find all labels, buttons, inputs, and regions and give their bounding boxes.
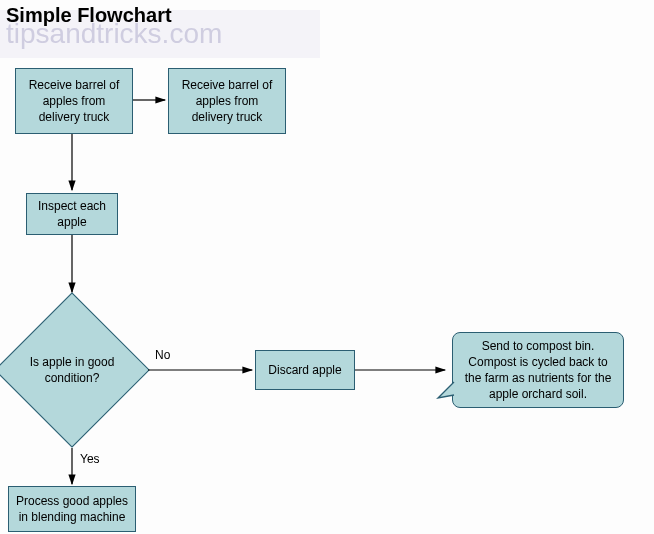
- flowchart-canvas: Receive barrel of apples from delivery t…: [0, 0, 654, 534]
- node-inspect: Inspect each apple: [26, 193, 118, 235]
- edge-label-yes: Yes: [80, 452, 100, 466]
- node-receive-1: Receive barrel of apples from delivery t…: [15, 68, 133, 134]
- edge-label-no: No: [155, 348, 170, 362]
- node-receive-2: Receive barrel of apples from delivery t…: [168, 68, 286, 134]
- node-callout: Send to compost bin. Compost is cycled b…: [452, 332, 624, 408]
- page-title: Simple Flowchart: [6, 4, 172, 27]
- node-decision-shape: [0, 292, 150, 448]
- node-discard: Discard apple: [255, 350, 355, 390]
- node-process: Process good apples in blending machine: [8, 486, 136, 532]
